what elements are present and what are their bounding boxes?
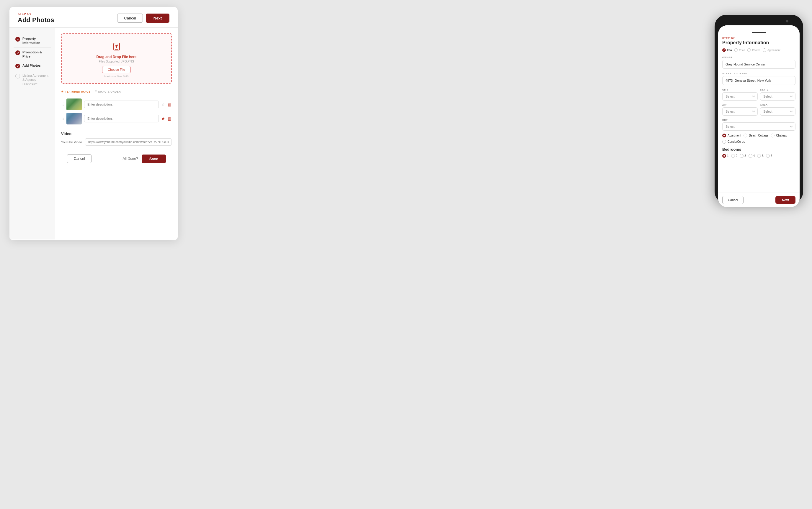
star-header-icon: ★	[61, 90, 64, 93]
youtube-input[interactable]	[85, 138, 172, 146]
drag-handle-2[interactable]: ⠿	[61, 116, 64, 121]
next-button[interactable]: Next	[146, 13, 169, 23]
desktop-body: Property Information Promotion & Price A…	[9, 28, 178, 239]
drop-zone[interactable]: Drag and Drop File here Files Supported,…	[61, 33, 172, 84]
sidebar-label-4: Listing Agreement & Agency Disclosure	[23, 73, 49, 86]
check-icon-2	[15, 50, 20, 55]
video-section: Video Youtube Video	[61, 128, 172, 146]
check-icon-1	[15, 37, 20, 42]
thumbnail-1	[66, 99, 82, 110]
image-row-2: ⠿ ★ 🗑	[61, 113, 172, 125]
youtube-label: Youtube Video	[61, 140, 82, 144]
bottom-cancel-button[interactable]: Cancel	[67, 154, 92, 163]
sidebar-label-2: Promotion & Price	[23, 50, 49, 59]
delete-button-1[interactable]: 🗑	[167, 102, 172, 107]
max-size-text: Maximum Size: 5MB	[68, 75, 165, 78]
step-label: STEP 4/7	[18, 12, 54, 15]
image-list-header: ★ FEATURED IMAGE ⠿ DRAG & ORDER	[61, 88, 172, 96]
sidebar-item-promotion[interactable]: Promotion & Price	[13, 48, 51, 61]
save-area: All Done? Save	[123, 155, 166, 163]
description-input-2[interactable]	[84, 115, 159, 123]
description-input-1[interactable]	[84, 101, 159, 108]
page-title: Add Photos	[18, 16, 54, 24]
check-inactive-icon	[15, 74, 20, 78]
star-button-2[interactable]: ★	[161, 116, 165, 121]
header-buttons: Cancel Next	[117, 13, 169, 23]
star-button-1[interactable]: ☆	[161, 102, 165, 107]
sidebar-item-listing[interactable]: Listing Agreement & Agency Disclosure	[13, 71, 51, 89]
delete-button-2[interactable]: 🗑	[167, 116, 172, 121]
choose-file-button[interactable]: Choose File	[102, 66, 131, 73]
image-row-1: ⠿ ☆ 🗑	[61, 99, 172, 110]
cancel-button[interactable]: Cancel	[117, 13, 143, 23]
sidebar: Property Information Promotion & Price A…	[9, 28, 55, 239]
sidebar-item-photos[interactable]: Add Photos	[13, 61, 51, 71]
drag-handle-1[interactable]: ⠿	[61, 102, 64, 107]
desktop-header: STEP 4/7 Add Photos Cancel Next	[9, 7, 178, 28]
sidebar-label-3: Add Photos	[23, 63, 41, 68]
upload-icon	[111, 42, 122, 53]
video-title: Video	[61, 132, 172, 136]
video-row: Youtube Video	[61, 138, 172, 146]
desktop-card: STEP 4/7 Add Photos Cancel Next Property…	[9, 7, 178, 240]
bottom-bar: Cancel All Done? Save	[61, 150, 172, 167]
sidebar-label-1: Property Information	[23, 37, 49, 45]
check-icon-3	[15, 64, 20, 68]
drag-order-header: ⠿ DRAG & ORDER	[95, 90, 121, 94]
all-done-label: All Done?	[123, 157, 138, 161]
featured-image-header: ★ FEATURED IMAGE	[61, 90, 91, 93]
save-button[interactable]: Save	[142, 155, 166, 163]
drag-drop-text: Drag and Drop File here	[68, 55, 165, 59]
header-title-area: STEP 4/7 Add Photos	[18, 12, 54, 24]
supported-text: Files Supported, JPG,PNG	[68, 60, 165, 63]
main-content: Drag and Drop File here Files Supported,…	[55, 28, 178, 239]
thumbnail-2	[66, 113, 82, 125]
sidebar-item-property-info[interactable]: Property Information	[13, 34, 51, 48]
dots-icon: ⠿	[95, 90, 97, 94]
